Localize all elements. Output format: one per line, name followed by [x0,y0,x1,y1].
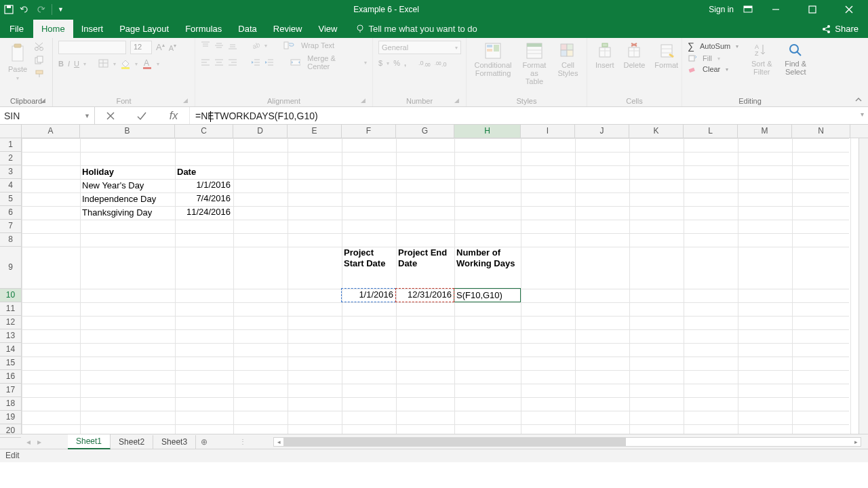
insert-cells-button[interactable]: Insert [593,41,617,70]
increase-indent-icon[interactable] [264,58,274,67]
minimize-button[interactable] [762,0,789,19]
tab-review[interactable]: Review [265,20,311,38]
fill-color-icon[interactable] [120,58,131,69]
cell-C5[interactable]: 7/4/2016 [175,192,233,205]
italic-button[interactable]: I [68,60,70,68]
cancel-formula-icon[interactable] [106,112,115,120]
select-all-button[interactable] [0,125,22,138]
enter-formula-icon[interactable] [137,112,146,120]
autosum-button[interactable]: ∑AutoSum▾ [688,41,738,52]
tab-formulas[interactable]: Formulas [177,20,230,38]
row-header-13[interactable]: 13 [0,329,21,343]
sign-in-link[interactable]: Sign in [709,5,734,14]
paste-button[interactable]: Paste ▾ [5,41,30,84]
align-bottom-icon[interactable] [228,41,237,50]
font-color-icon[interactable]: A [142,58,153,69]
column-header-F[interactable]: F [342,125,396,138]
row-header-2[interactable]: 2 [0,152,21,165]
cell-B5[interactable]: Independence Day [80,192,174,205]
cut-icon[interactable] [34,42,45,52]
row-header-9[interactable]: 9 [0,247,21,289]
undo-icon[interactable] [19,5,30,14]
cell-styles-button[interactable]: Cell Styles [555,41,581,79]
cell-B4[interactable]: New Year's Day [80,179,174,192]
cell-H10[interactable]: S(F10,G10) [454,289,520,302]
merge-center-button[interactable]: Merge & Center▾ [290,54,367,70]
font-family-combo[interactable] [58,41,126,54]
number-launcher-icon[interactable]: ◢ [454,97,459,104]
column-header-L[interactable]: L [684,125,738,138]
row-header-17[interactable]: 17 [0,384,21,397]
cell-G9[interactable]: Project End Date [396,247,454,288]
increase-decimal-icon[interactable]: .0.00 [418,58,431,68]
row-header-11[interactable]: 11 [0,302,21,316]
wrap-text-button[interactable]: Wrap Text [283,41,334,50]
column-header-B[interactable]: B [80,125,175,138]
increase-font-icon[interactable]: A▴ [156,42,165,52]
save-icon[interactable] [4,5,14,14]
row-header-8[interactable]: 8 [0,233,21,247]
sheet-nav-next-icon[interactable]: ▸ [37,437,41,447]
name-box[interactable]: SIN ▼ [0,107,95,124]
sheet-tab-1[interactable]: Sheet1 [68,434,111,449]
new-sheet-button[interactable]: ⊕ [196,437,212,447]
tab-home[interactable]: Home [33,20,73,38]
find-select-button[interactable]: Find & Select [781,41,810,77]
sheet-tab-3[interactable]: Sheet3 [153,435,196,449]
row-header-16[interactable]: 16 [0,370,21,384]
worksheet-grid[interactable]: HolidayDateNew Year's Day1/1/2016Indepen… [22,138,859,434]
fill-button[interactable]: Fill▾ [688,54,738,62]
currency-icon[interactable]: $ [378,59,382,67]
ribbon-display-icon[interactable] [743,5,753,14]
column-header-C[interactable]: C [175,125,233,138]
tab-view[interactable]: View [310,20,345,38]
cell-C6[interactable]: 11/24/2016 [175,206,233,219]
align-center-icon[interactable] [214,58,224,67]
clear-button[interactable]: Clear▾ [688,65,738,73]
align-left-icon[interactable] [201,58,210,67]
conditional-formatting-button[interactable]: Conditional Formatting [472,41,514,79]
cell-F9[interactable]: Project Start Date [342,247,395,288]
row-header-10[interactable]: 10 [0,289,21,302]
row-header-20[interactable]: 20 [0,424,21,438]
row-header-18[interactable]: 18 [0,397,21,411]
cell-B3[interactable]: Holiday [80,165,174,178]
bold-button[interactable]: B [58,60,64,68]
row-header-3[interactable]: 3 [0,165,21,179]
formula-input[interactable]: =NETWORKDAYS(F10,G10) ▾ [190,107,868,124]
decrease-decimal-icon[interactable]: .00.0 [435,58,447,68]
align-middle-icon[interactable] [214,41,224,50]
row-header-7[interactable]: 7 [0,220,21,233]
decrease-indent-icon[interactable] [251,58,260,67]
row-header-19[interactable]: 19 [0,411,21,424]
font-size-combo[interactable]: 12 [130,41,152,54]
redo-icon[interactable] [35,5,46,14]
close-button[interactable] [835,0,863,19]
row-header-6[interactable]: 6 [0,206,21,220]
share-button[interactable]: Share [812,20,868,38]
cell-H9[interactable]: Number of Working Days [454,247,520,288]
format-as-table-button[interactable]: Format as Table [518,41,551,87]
row-header-5[interactable]: 5 [0,192,21,206]
column-header-I[interactable]: I [521,125,575,138]
column-header-E[interactable]: E [288,125,342,138]
sort-filter-button[interactable]: AZ Sort & Filter [747,41,776,77]
column-header-M[interactable]: M [738,125,792,138]
row-header-15[interactable]: 15 [0,357,21,370]
sheet-tab-2[interactable]: Sheet2 [111,435,153,449]
expand-formula-bar-icon[interactable]: ▾ [861,110,864,118]
delete-cells-button[interactable]: Delete [621,41,648,70]
alignment-launcher-icon[interactable]: ◢ [361,97,366,104]
column-header-A[interactable]: A [22,125,80,138]
maximize-button[interactable] [799,0,826,19]
row-header-12[interactable]: 12 [0,316,21,329]
column-header-K[interactable]: K [629,125,684,138]
borders-icon[interactable] [98,59,109,68]
column-header-G[interactable]: G [396,125,454,138]
tab-file[interactable]: File [0,20,33,38]
cell-F10[interactable]: 1/1/2016 [342,289,395,302]
decrease-font-icon[interactable]: A▾ [169,43,176,52]
column-header-N[interactable]: N [792,125,850,138]
column-header-H[interactable]: H [454,125,521,138]
tell-me-search[interactable]: Tell me what you want to do [348,20,485,38]
